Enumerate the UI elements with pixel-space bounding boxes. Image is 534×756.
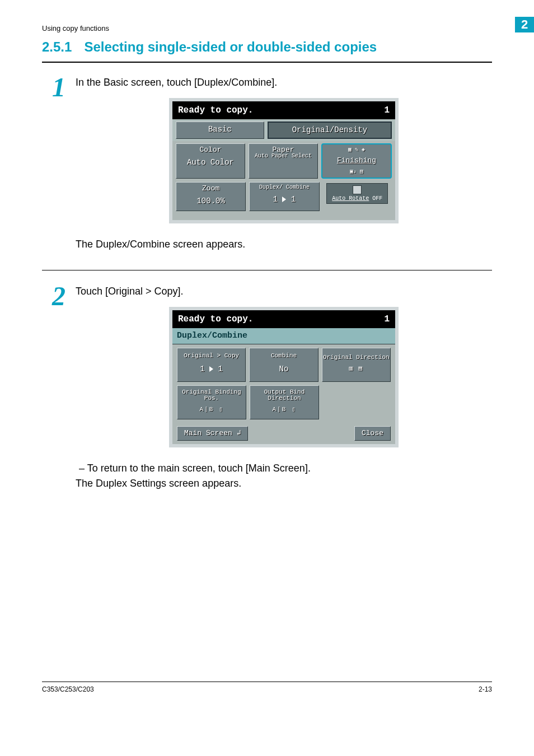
step-number-1: 1 — [42, 75, 76, 99]
divider — [42, 62, 492, 63]
duplex-label: Duplex/ Combine — [250, 185, 318, 190]
arrow-right-icon — [282, 197, 286, 202]
zoom-value: 100.0% — [176, 195, 245, 207]
panel-statusbar: Ready to copy. 1 — [172, 310, 395, 328]
zoom-label: Zoom — [176, 185, 245, 192]
step2-after-text: The Duplex Settings screen appears. — [76, 476, 492, 491]
screen-title: Duplex/Combine — [172, 328, 395, 345]
copies-count: 1 — [384, 104, 390, 117]
section-heading: 2.5.1Selecting single-sided or double-si… — [42, 39, 492, 55]
section-title: Selecting single-sided or double-sided c… — [84, 39, 377, 54]
color-label: Color — [176, 146, 245, 153]
color-value: Auto Color — [176, 157, 245, 169]
duplex-combine-button[interactable]: Duplex/ Combine 1 1 — [249, 182, 319, 211]
outbind-label: Output Bind Direction — [250, 389, 318, 402]
copier-screen-duplex-combine: Ready to copy. 1 Duplex/Combine Original… — [169, 307, 399, 447]
arrow-right-icon — [209, 366, 213, 372]
original-copy-button[interactable]: Original > Copy 1 1 — [177, 348, 246, 382]
origbind-icons: A|B ▯ — [199, 405, 223, 414]
step1-instruction: In the Basic screen, touch [Duplex/Combi… — [76, 75, 492, 90]
origbind-label: Original Binding Pos. — [177, 389, 246, 402]
tab-original-density[interactable]: Original/Density — [268, 122, 392, 139]
step1-after-text: The Duplex/Combine screen appears. — [76, 237, 492, 252]
origdir-icons: ▥ ▤ — [349, 364, 363, 374]
originalcopy-value: 1 1 — [200, 363, 223, 375]
finishing-bottom-icons: ▣₂ ▤ — [322, 167, 391, 176]
finishing-top-icons: ▦ ✎ ◈ — [322, 146, 391, 154]
status-text: Ready to copy. — [178, 104, 253, 117]
close-button[interactable]: Close — [354, 426, 391, 441]
paper-value: Auto Paper Select — [249, 153, 317, 159]
panel-statusbar: Ready to copy. 1 — [172, 101, 395, 119]
auto-rotate-icon — [353, 185, 362, 194]
step2-instruction: Touch [Original > Copy]. — [76, 284, 492, 299]
section-number: 2.5.1 — [42, 39, 72, 54]
auto-rotate-button[interactable]: Auto Rotate OFF — [326, 183, 388, 204]
finishing-label: Finishing — [322, 155, 391, 166]
footer-page: 2-13 — [479, 685, 492, 693]
divider — [42, 270, 492, 270]
outbind-icons: A|B ▯ — [272, 405, 296, 414]
running-head: Using copy functions 2 — [42, 17, 492, 32]
originalcopy-label: Original > Copy — [184, 353, 239, 359]
paper-button[interactable]: Paper Auto Paper Select — [249, 143, 318, 179]
step-number-2: 2 — [42, 284, 76, 308]
origdir-label: Original Direction — [323, 354, 390, 361]
footer-model: C353/C253/C203 — [42, 685, 94, 693]
running-head-text: Using copy functions — [42, 24, 109, 32]
tab-basic[interactable]: Basic — [176, 122, 264, 139]
step2-bullet: – To return to the main screen, touch [M… — [79, 461, 492, 476]
original-binding-pos-button[interactable]: Original Binding Pos. A|B ▯ — [177, 385, 246, 419]
output-bind-direction-button[interactable]: Output Bind Direction A|B ▯ — [250, 385, 319, 419]
main-screen-button[interactable]: Main Screen ↲ — [177, 426, 248, 441]
color-button[interactable]: Color Auto Color — [176, 143, 245, 179]
original-direction-button[interactable]: Original Direction ▥ ▤ — [322, 348, 391, 382]
chapter-tab: 2 — [515, 17, 534, 32]
combine-label: Combine — [271, 353, 297, 359]
status-text: Ready to copy. — [178, 312, 253, 326]
duplex-value: 1 1 — [250, 194, 318, 206]
copier-screen-basic: Ready to copy. 1 Basic Original/Density … — [169, 98, 399, 223]
combine-button[interactable]: Combine No — [249, 348, 318, 382]
zoom-button[interactable]: Zoom 100.0% — [176, 182, 246, 211]
page-footer: C353/C253/C203 2-13 — [42, 682, 492, 693]
copies-count: 1 — [384, 312, 390, 326]
finishing-button[interactable]: ▦ ✎ ◈ Finishing ▣₂ ▤ — [321, 143, 392, 179]
combine-value: No — [279, 363, 289, 375]
